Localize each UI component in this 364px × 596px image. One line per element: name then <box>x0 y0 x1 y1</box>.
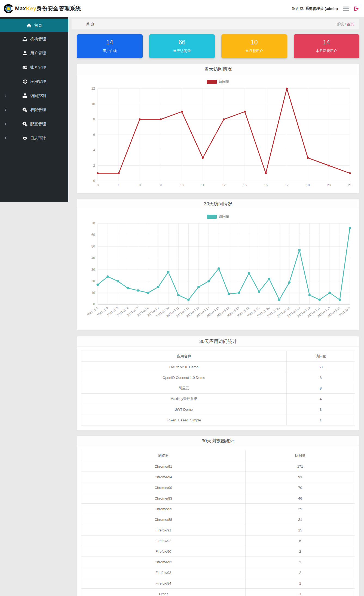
stat-card-value: 14 <box>294 39 360 46</box>
table-cell: 2 <box>246 557 355 567</box>
sidebar-item-cubes-访问控制[interactable]: 访问控制 <box>0 89 68 103</box>
panel-body-30day-visits: 访问量 0102030405060702021-10-12021-10-2202… <box>77 209 359 330</box>
chart-legend-30day[interactable]: 访问量 <box>81 214 355 219</box>
table-row: Firefox/841 <box>81 578 355 589</box>
app-logo: MaxKey身份安全管理系统 <box>4 4 81 13</box>
breadcrumb-current[interactable]: 首页 <box>347 22 354 26</box>
svg-text:50: 50 <box>91 245 95 248</box>
logo-ring <box>5 6 11 12</box>
header-right: 欢迎您: 系统管理员 (admin) <box>292 6 359 11</box>
cogs-icon <box>22 121 27 127</box>
svg-text:8: 8 <box>93 117 95 121</box>
chevron-right-icon <box>4 108 7 111</box>
sidebar-item-label: 账号管理 <box>30 65 46 70</box>
table-cell: 60 <box>286 362 355 372</box>
table-cell: OpenID Connect 1.0 Demo <box>81 372 287 383</box>
chart-legend-today[interactable]: 访问量 <box>81 79 355 84</box>
table-cell: 1 <box>246 589 355 596</box>
svg-text:2: 2 <box>93 164 95 168</box>
page-title: 首页 <box>86 22 94 27</box>
legend-swatch <box>207 80 217 84</box>
today-visits-line-chart[interactable]: 0246810120189101112151617182021 <box>81 85 355 190</box>
chevron-right-icon <box>4 94 7 97</box>
panel-browser-stats: 30天浏览器统计 浏览器访问量Chrome/91171Chrome/9493Ch… <box>77 436 359 596</box>
chevron-right-icon <box>4 137 7 140</box>
table-cell: Firefox/91 <box>81 525 246 536</box>
svg-text:9: 9 <box>160 183 162 187</box>
table-cell: 93 <box>246 472 355 482</box>
sidebar-item-globe-应用管理[interactable]: 应用管理 <box>0 74 68 89</box>
svg-text:4: 4 <box>93 148 95 152</box>
table-row: Firefox/932 <box>81 567 355 578</box>
logout-icon[interactable] <box>354 6 359 11</box>
table-cell: Chrome/88 <box>81 514 246 525</box>
svg-text:0: 0 <box>93 179 95 183</box>
table-row: Firefox/9115 <box>81 525 355 536</box>
sidebar-item-user-用户管理[interactable]: 用户管理 <box>0 46 68 60</box>
table-row: Chrome/8821 <box>81 514 355 525</box>
welcome-prefix: 欢迎您: <box>292 7 304 11</box>
sidebar-item-label: 机构管理 <box>30 37 46 42</box>
table-row: Chrome/9493 <box>81 472 355 482</box>
table-row: Chrome/91171 <box>81 461 355 472</box>
stat-card-本月活跃用户: 14本月活跃用户 <box>294 34 360 58</box>
id-card-icon <box>22 65 27 70</box>
stat-card-value: 10 <box>221 39 287 46</box>
svg-text:15: 15 <box>243 183 247 187</box>
stat-card-label: 当月新用户 <box>221 48 287 53</box>
globe-icon <box>22 79 27 84</box>
panel-title-app-visit-stats: 30天应用访问统计 <box>77 336 359 347</box>
svg-text:10: 10 <box>91 291 95 295</box>
breadcrumb-root[interactable]: 系统 <box>337 22 344 26</box>
svg-text:20: 20 <box>327 183 331 187</box>
svg-text:30: 30 <box>91 268 95 272</box>
sidebar-item-home-首页[interactable]: 首页 <box>0 19 68 32</box>
table-row: Token_Based_Simple1 <box>81 415 355 425</box>
table-cell: Chrome/91 <box>81 461 246 472</box>
sidebar-item-cogs-权限管理[interactable]: 权限管理 <box>0 103 68 117</box>
table-cell: MaxKey管理系统 <box>81 394 287 404</box>
table-cell: 2 <box>246 567 355 578</box>
stat-card-当天访问量: 66当天访问量 <box>149 34 215 58</box>
table-row: OpenID Connect 1.0 Demo8 <box>81 372 355 383</box>
maxkey-admin-page: MaxKey身份安全管理系统 欢迎您: 系统管理员 (admin) 首页机构管理… <box>0 0 364 596</box>
sidebar-item-id-card-账号管理[interactable]: 账号管理 <box>0 60 68 74</box>
table-cell: Token_Based_Simple <box>81 415 287 425</box>
legend-label: 访问量 <box>219 79 229 84</box>
panel-title-browser-stats: 30天浏览器统计 <box>77 436 359 446</box>
table-cell: 171 <box>246 461 355 472</box>
menu-toggle-icon[interactable] <box>343 6 349 11</box>
panel-app-visit-stats: 30天应用访问统计 应用名称访问量OAuth v2.0_Demo60OpenID… <box>77 336 359 430</box>
svg-text:10: 10 <box>91 102 95 106</box>
table-cell: Firefox/84 <box>81 578 246 589</box>
stat-card-label: 用户在线 <box>77 48 143 53</box>
sidebar-item-label: 日志审计 <box>30 136 46 141</box>
sidebar-item-eye-日志审计[interactable]: 日志审计 <box>0 131 68 145</box>
sidebar-menu: 首页机构管理用户管理账号管理应用管理访问控制权限管理配置管理日志审计 <box>0 17 68 145</box>
sidebar-item-label: 应用管理 <box>30 79 46 84</box>
table-cell: 29 <box>246 504 355 514</box>
cubes-icon <box>22 93 27 98</box>
svg-text:70: 70 <box>91 221 95 225</box>
panel-30day-visits: 30天访问情况 访问量 0102030405060702021-10-12021… <box>77 199 359 331</box>
stat-card-用户在线: 14用户在线 <box>77 34 143 58</box>
table-cell: OAuth v2.0_Demo <box>81 362 287 372</box>
panel-today-visits: 当天访问情况 访问量 02468101201891011121516171820… <box>77 64 359 193</box>
svg-text:2021-11-1: 2021-11-1 <box>338 306 351 317</box>
stat-card-当月新用户: 10当月新用户 <box>221 34 287 58</box>
sitemap-icon <box>22 37 27 42</box>
sidebar-item-cogs-配置管理[interactable]: 配置管理 <box>0 117 68 131</box>
sidebar-item-sitemap-机构管理[interactable]: 机构管理 <box>0 32 68 46</box>
brand-max: Max <box>15 5 26 11</box>
table-cell: 15 <box>246 525 355 536</box>
breadcrumb: 首页 系统 / 首页 <box>72 19 359 29</box>
30day-visits-line-chart[interactable]: 0102030405060702021-10-12021-10-22021-10… <box>81 220 355 328</box>
table-cell: 70 <box>246 482 355 493</box>
welcome-user: 系统管理员 (admin) <box>305 7 338 11</box>
eye-icon <box>22 136 27 141</box>
top-header: MaxKey身份安全管理系统 欢迎您: 系统管理员 (admin) <box>0 0 364 17</box>
sidebar-item-label: 用户管理 <box>30 51 46 56</box>
table-cell: 1 <box>286 415 355 425</box>
legend-label: 访问量 <box>219 214 229 219</box>
table-cell: 3 <box>286 404 355 415</box>
